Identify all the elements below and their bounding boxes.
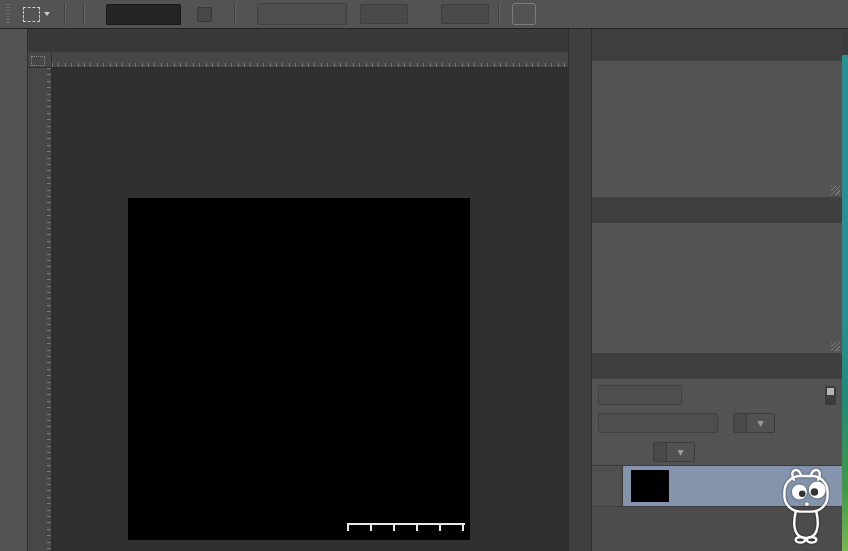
layer-visibility-toggle[interactable] [592, 466, 623, 506]
swatch-grid [592, 61, 842, 68]
separator [234, 3, 235, 25]
chevron-down-icon[interactable]: ▾ [666, 443, 694, 461]
refine-edge-button[interactable] [512, 3, 536, 25]
fill-field[interactable]: ▾ [653, 442, 695, 462]
mascot-dog-icon [775, 465, 837, 547]
panel-resize-grip[interactable] [831, 342, 840, 351]
height-input[interactable] [441, 4, 489, 24]
document-area [28, 29, 568, 551]
layer-thumbnail[interactable] [631, 470, 669, 502]
lock-row: ▾ [592, 433, 842, 462]
chevron-down-icon[interactable]: ▾ [746, 414, 774, 432]
scale-bar-ruler [347, 523, 465, 531]
document-tab-bar [28, 29, 568, 52]
collapsed-panel-dock [568, 29, 592, 551]
width-input[interactable] [360, 4, 408, 24]
tool-preset-picker[interactable] [18, 5, 55, 24]
opacity-field[interactable]: ▾ [733, 413, 775, 433]
watermark [775, 465, 842, 547]
canvas-pasteboard [52, 68, 568, 551]
separator [498, 3, 499, 25]
toolbox [0, 29, 28, 551]
blend-mode-row: ▾ [592, 405, 842, 433]
expand-dock-button[interactable] [569, 29, 591, 35]
swatches-panel [592, 39, 842, 197]
style-dropdown[interactable] [257, 3, 347, 25]
layer-filter-toggle[interactable] [825, 386, 836, 405]
swatches-panel-tabs [592, 39, 842, 61]
layer-filter-row [592, 379, 842, 405]
separator [64, 3, 65, 25]
photoshop-window: ▾ ▾ [0, 0, 848, 551]
options-bar-grip[interactable] [6, 4, 10, 24]
styles-grid [592, 223, 842, 231]
antialias-checkbox[interactable] [197, 7, 212, 22]
layer-filter-type-dropdown[interactable] [598, 385, 682, 405]
marquee-tool-icon [23, 7, 40, 22]
horizontal-ruler[interactable] [52, 52, 568, 68]
ruler-origin-box[interactable] [28, 52, 52, 68]
panel-resize-grip[interactable] [831, 186, 840, 195]
separator [83, 3, 84, 25]
scale-bar [347, 522, 465, 531]
blend-mode-dropdown[interactable] [598, 413, 718, 433]
vertical-ruler[interactable] [28, 68, 52, 551]
fluorescence-image[interactable] [128, 198, 470, 540]
tool-options-bar [0, 0, 848, 29]
styles-panel-tabs [592, 201, 842, 223]
styles-panel [592, 201, 842, 353]
feather-input[interactable] [106, 4, 181, 25]
chevron-down-icon [44, 12, 50, 16]
layers-panel-tabs [592, 357, 842, 379]
desktop-background-strip [842, 29, 848, 551]
